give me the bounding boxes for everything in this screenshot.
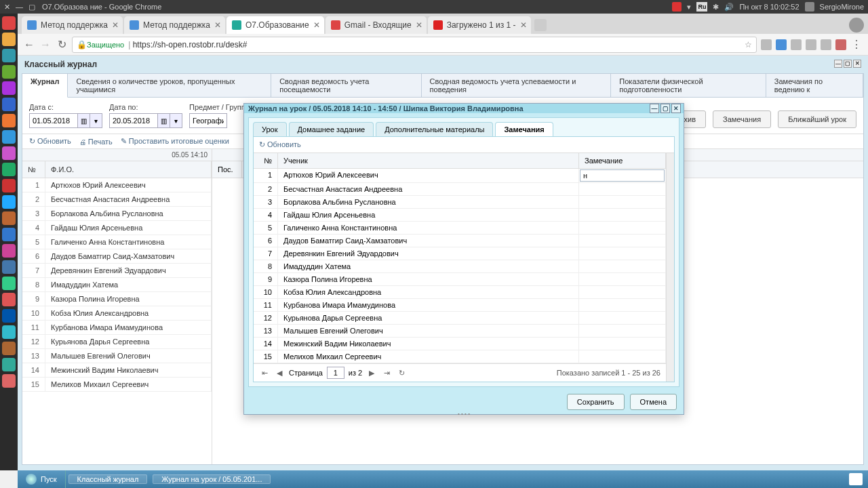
calendar-icon[interactable]: ▥ [158,113,170,128]
dock-app-icon[interactable] [2,358,16,371]
dock-app-icon[interactable] [2,211,16,225]
dock-app-icon[interactable] [2,293,16,306]
dock-app-icon[interactable] [2,65,16,79]
bookmark-star-icon[interactable]: ☆ [745,40,752,49]
remark-input[interactable] [580,169,665,182]
remark-row[interactable]: 4Гайдаш Юлия Арсеньевна [254,209,666,222]
extension-icon[interactable] [791,39,802,50]
browser-tab[interactable]: Gmail - Входящие✕ [326,16,427,34]
record-icon[interactable] [672,2,682,12]
student-row[interactable]: 9Казюра Полина Игоревна [22,292,212,306]
remark-cell[interactable] [579,338,666,350]
journal-subtab[interactable]: Сводная ведомость учета посещаемости [271,74,421,97]
remark-cell[interactable] [579,247,666,260]
dock-app-icon[interactable] [2,179,16,192]
pager-refresh-icon[interactable]: ↻ [396,367,407,378]
dock-app-icon[interactable] [2,49,16,62]
student-row[interactable]: 15Мелихов Михаил Сергеевич [22,378,212,392]
keyboard-layout[interactable]: Ru [696,2,707,12]
panel-minimize-icon[interactable]: — [834,60,842,68]
dock-app-icon[interactable] [2,374,16,388]
student-row[interactable]: 11Курбанова Имара Имамудинова [22,321,212,335]
remark-cell[interactable] [579,286,666,298]
dock-app-icon[interactable] [2,33,16,46]
wifi-icon[interactable]: ▾ [687,3,691,12]
remark-row[interactable]: 15Мелихов Михаил Сергеевич [254,350,666,363]
start-button[interactable]: Пуск [18,470,66,488]
forward-button[interactable]: → [39,39,52,51]
volume-icon[interactable]: 🔊 [724,3,734,12]
remark-cell[interactable] [579,260,666,272]
student-row[interactable]: 1Артюхов Юрий Алексеевич [22,178,212,192]
modal-tab[interactable]: Дополнительные материалы [376,122,493,136]
remark-cell[interactable] [579,196,666,208]
remark-cell[interactable] [579,299,666,311]
dock-app-icon[interactable] [2,325,16,339]
modal-tab[interactable]: Урок [253,122,287,136]
modal-minimize-icon[interactable]: — [650,104,659,113]
modal-tab[interactable]: Замечания [495,122,553,136]
print-button[interactable]: Печать [79,138,113,146]
modal-close-icon[interactable]: ✕ [671,104,681,113]
set-finals-button[interactable]: Проставить итоговые оценки [121,137,229,146]
browser-tab[interactable]: Загружено 1 из 1 -✕ [428,16,531,34]
resize-handle-icon[interactable]: • • • • [244,413,684,415]
extension-icon[interactable] [806,39,816,50]
remark-row[interactable]: 7Деревянкин Евгений Эдуардович [254,247,666,260]
date-to-input[interactable] [109,113,158,128]
back-button[interactable]: ← [23,39,35,51]
rostelecom-logo-icon[interactable] [849,473,863,485]
reload-button[interactable]: ↻ [56,39,68,51]
student-row[interactable]: 13Малышев Евгений Олегович [22,349,212,363]
dock-app-icon[interactable] [2,260,16,274]
close-icon[interactable]: ✕ [4,3,10,12]
journal-subtab[interactable]: Сведения о количестве уроков, пропущенны… [68,74,271,97]
remark-row[interactable]: 1Артюхов Юрий Алексеевич [254,169,666,183]
remark-cell[interactable] [579,222,666,234]
remark-row[interactable]: 2Бесчастная Анастасия Андреевна [254,183,666,196]
date-picker-icon[interactable]: ▾ [90,113,102,128]
journal-subtab[interactable]: Журнал [22,74,68,98]
dock-app-icon[interactable] [2,309,16,323]
browser-tab[interactable]: О7.Образование✕ [226,16,324,34]
modal-maximize-icon[interactable]: ▢ [660,104,670,113]
dock-app-icon[interactable] [2,342,16,355]
new-tab-button[interactable] [534,19,547,31]
translate-icon[interactable] [776,39,787,50]
dock-app-icon[interactable] [2,228,16,241]
remark-cell[interactable] [579,325,666,337]
remarks-button[interactable]: Замечания [713,110,771,128]
pager-first-icon[interactable]: ⇤ [259,367,270,378]
browser-tab[interactable]: Метод поддержка✕ [124,16,225,34]
student-row[interactable]: 10Кобза Юлия Александровна [22,306,212,321]
cancel-button[interactable]: Отмена [630,394,677,410]
remark-row[interactable]: 3Борлакова Альбина Руслановна [254,196,666,209]
remark-row[interactable]: 11Курбанова Имара Имамудинова [254,299,666,312]
extension-icon[interactable] [835,39,846,50]
chrome-menu-icon[interactable]: ⋮ [850,39,863,51]
dock-app-icon[interactable] [2,244,16,258]
modal-scrollbar[interactable] [666,153,674,382]
dock-app-icon[interactable] [2,98,16,111]
journal-subtab[interactable]: Сводная ведомость учета успеваемости и п… [422,74,612,97]
save-button[interactable]: Сохранить [567,394,625,410]
subject-input[interactable] [189,113,227,128]
extension-icon[interactable] [761,39,772,50]
student-row[interactable]: 6Даудов Баматгир Саид-Хамзатович [22,249,212,264]
modal-refresh-button[interactable]: Обновить [259,140,301,148]
dock-app-icon[interactable] [2,163,16,176]
pager-prev-icon[interactable]: ◀ [274,367,285,378]
journal-subtab[interactable]: Показатели физической подготовленности [611,74,766,97]
nearest-lesson-button[interactable]: Ближайший урок [778,110,856,128]
remark-row[interactable]: 8Имадуддин Хатема [254,260,666,273]
date-picker-icon[interactable]: ▾ [170,113,182,128]
dock-app-icon[interactable] [2,114,16,127]
student-row[interactable]: 7Деревянкин Евгений Эдуардович [22,264,212,278]
pager-next-icon[interactable]: ▶ [366,367,377,378]
dock-app-icon[interactable] [2,16,16,30]
remark-cell[interactable] [579,209,666,221]
remark-row[interactable]: 10Кобза Юлия Александровна [254,286,666,299]
os-user[interactable]: SergioMirone [820,3,864,11]
user-avatar-icon[interactable] [805,2,814,12]
panel-close-icon[interactable]: ✕ [853,60,861,68]
